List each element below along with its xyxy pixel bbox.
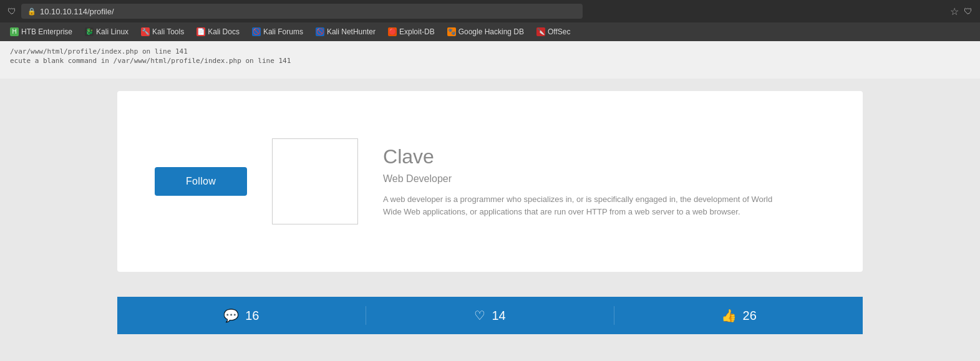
stat-messages[interactable]: 💬 16 bbox=[117, 308, 366, 323]
kali-tools-icon: 🔧 bbox=[141, 27, 150, 36]
content-area: Follow Clave Web Developer A web develop… bbox=[0, 79, 980, 297]
bookmark-kali-nethunter[interactable]: 🚫 Kali NetHunter bbox=[311, 26, 381, 37]
stats-bar: 💬 16 ♡ 14 👍 26 bbox=[117, 297, 863, 334]
bookmark-kali-forums-label: Kali Forums bbox=[263, 27, 303, 36]
follow-section: Follow bbox=[155, 167, 247, 196]
thumbs-icon: 👍 bbox=[721, 308, 737, 323]
bookmark-offsec-label: OffSec bbox=[548, 27, 570, 36]
kali-forums-icon: 🚫 bbox=[252, 27, 261, 36]
profile-name: Clave bbox=[383, 145, 825, 168]
kali-nethunter-icon: 🚫 bbox=[316, 27, 324, 36]
error-line-2: ecute a blank command in /var/www/html/p… bbox=[10, 57, 970, 65]
bookmark-htb[interactable]: H HTB Enterprise bbox=[5, 26, 77, 37]
avatar bbox=[272, 138, 358, 224]
likes-count: 14 bbox=[492, 309, 505, 323]
bookmark-kali-tools-label: Kali Tools bbox=[152, 27, 184, 36]
url-text: 10.10.10.114/profile/ bbox=[40, 7, 114, 16]
follow-button[interactable]: Follow bbox=[155, 167, 247, 196]
browser-shield-icon: 🛡 bbox=[7, 6, 16, 16]
messages-icon: 💬 bbox=[223, 308, 239, 323]
stat-likes[interactable]: ♡ 14 bbox=[366, 308, 614, 323]
profile-title: Web Developer bbox=[383, 173, 825, 185]
likes-icon: ♡ bbox=[474, 308, 485, 323]
bookmark-exploit-db-label: Exploit-DB bbox=[399, 27, 435, 36]
exploit-db-icon: 🔴 bbox=[388, 27, 397, 36]
bookmark-kali-linux[interactable]: 🐉 Kali Linux bbox=[80, 26, 133, 37]
address-bar[interactable]: 🔒 10.10.10.114/profile/ bbox=[21, 4, 583, 19]
bookmark-kali-nethunter-label: Kali NetHunter bbox=[327, 27, 376, 36]
kali-linux-icon: 🐉 bbox=[85, 27, 94, 36]
messages-count: 16 bbox=[245, 309, 259, 323]
bookmark-kali-linux-label: Kali Linux bbox=[96, 27, 129, 36]
htb-icon: H bbox=[10, 27, 19, 36]
error-line-1: /var/www/html/profile/index.php on line … bbox=[10, 47, 970, 55]
offsec-icon: 🔪 bbox=[536, 27, 545, 36]
thumbs-count: 26 bbox=[743, 309, 757, 323]
stat-thumbs[interactable]: 👍 26 bbox=[614, 308, 863, 323]
error-area: /var/www/html/profile/index.php on line … bbox=[0, 41, 980, 79]
bookmark-kali-docs-label: Kali Docs bbox=[208, 27, 240, 36]
browser-chrome: 🛡 🔒 10.10.10.114/profile/ ☆ 🛡 bbox=[0, 0, 980, 22]
kali-docs-icon: 📄 bbox=[196, 27, 205, 36]
bookmark-kali-forums[interactable]: 🚫 Kali Forums bbox=[247, 26, 308, 37]
bookmark-google-hacking-label: Google Hacking DB bbox=[458, 27, 524, 36]
profile-bio: A web developer is a programmer who spec… bbox=[383, 193, 782, 218]
lock-icon: 🔒 bbox=[27, 7, 36, 16]
bookmark-htb-label: HTB Enterprise bbox=[21, 27, 72, 36]
google-hacking-icon: 🐾 bbox=[447, 27, 456, 36]
profile-card: Follow Clave Web Developer A web develop… bbox=[117, 91, 863, 272]
bookmark-exploit-db[interactable]: 🔴 Exploit-DB bbox=[383, 26, 440, 37]
profile-info: Clave Web Developer A web developer is a… bbox=[383, 145, 825, 218]
bookmark-offsec[interactable]: 🔪 OffSec bbox=[531, 26, 575, 37]
bookmark-google-hacking[interactable]: 🐾 Google Hacking DB bbox=[442, 26, 529, 37]
bookmark-kali-docs[interactable]: 📄 Kali Docs bbox=[192, 26, 245, 37]
browser-shield-right-icon: 🛡 bbox=[964, 6, 973, 16]
bookmark-kali-tools[interactable]: 🔧 Kali Tools bbox=[136, 26, 189, 37]
bookmarks-bar: H HTB Enterprise 🐉 Kali Linux 🔧 Kali Too… bbox=[0, 22, 980, 41]
star-icon[interactable]: ☆ bbox=[950, 6, 959, 17]
